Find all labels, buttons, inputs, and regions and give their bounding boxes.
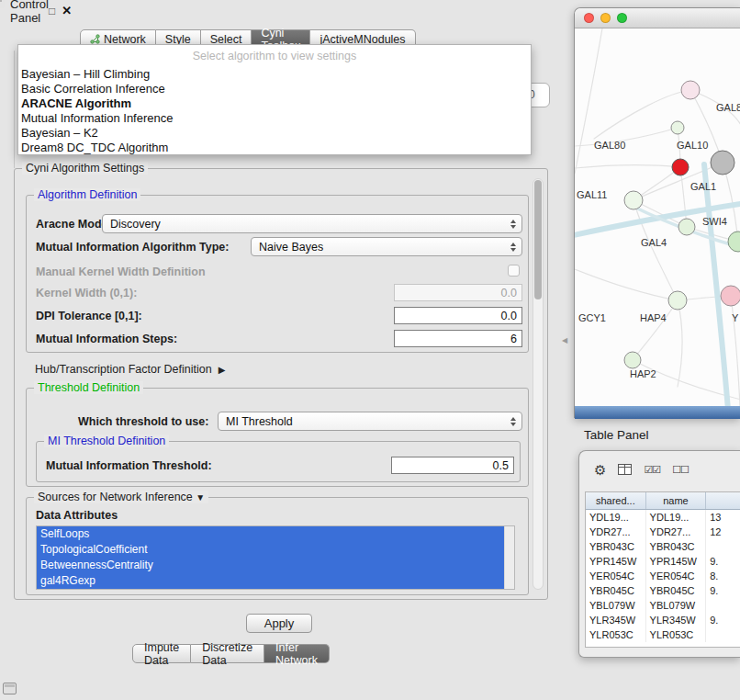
algorithm-option[interactable]: Bayesian – K2 <box>18 126 531 141</box>
cell-name: YER054C <box>646 569 707 583</box>
cell-value <box>706 598 740 613</box>
node-table: shared... name YDL19... YDL19... 13 YDR2… <box>585 491 740 648</box>
obscured-groupbox-edge <box>14 51 15 168</box>
mi-steps-field[interactable] <box>394 330 522 347</box>
network-view-window: GAL80GAL10GAL8GAL11GAL1SWI4GAL4GCY1HAP4Y… <box>574 7 740 418</box>
cell-shared-name: YBR045C <box>586 583 646 598</box>
close-traffic-light-icon[interactable] <box>584 13 594 23</box>
cell-name: YDL19... <box>646 510 707 525</box>
network-node[interactable] <box>711 151 734 175</box>
table-row[interactable]: YLR053C YLR053C <box>586 627 740 642</box>
mi-threshold-field[interactable] <box>391 457 514 474</box>
threshold-definition-title: Threshold Definition <box>34 381 143 394</box>
attribute-item-selected[interactable]: gal4RGexp <box>37 573 504 589</box>
network-node[interactable] <box>728 231 740 252</box>
table-row[interactable]: YER054C YER054C 8. <box>586 569 740 583</box>
sources-group-title[interactable]: Sources for Network Inference ▼ <box>34 491 208 503</box>
deselect-all-columns-icon[interactable]: ☐☐ <box>672 464 689 476</box>
tab-impute-data[interactable]: Impute Data <box>132 644 191 663</box>
which-threshold-select[interactable]: MI Threshold <box>218 412 522 431</box>
columns-icon[interactable] <box>618 464 632 475</box>
cell-value <box>706 539 740 554</box>
apply-button[interactable]: Apply <box>246 614 312 633</box>
network-node-label: HAP2 <box>630 368 656 379</box>
network-node[interactable] <box>624 191 643 209</box>
table-toolbar: ⚙ ☑☑ ☐☐ <box>594 458 689 480</box>
mi-threshold-label: Mutual Information Threshold: <box>46 459 212 472</box>
zoom-traffic-light-icon[interactable] <box>617 13 627 23</box>
table-row[interactable]: YBR045C YBR045C 9. <box>586 583 740 598</box>
attribute-item-selected[interactable]: TopologicalCoefficient <box>37 542 504 558</box>
mi-threshold-definition-title: MI Threshold Definition <box>44 435 169 447</box>
attribute-item-selected[interactable]: SelfLoops <box>37 526 504 542</box>
network-node[interactable] <box>678 219 695 235</box>
collapsed-panel-icon[interactable] <box>3 683 17 694</box>
stepper-arrows-icon <box>510 417 516 426</box>
manual-kernel-width-label: Manual Kernel Width Definition <box>36 265 206 278</box>
table-row[interactable]: YDL19... YDL19... 13 <box>586 510 740 525</box>
column-header-clipped[interactable] <box>706 492 740 509</box>
cell-shared-name: YER054C <box>586 569 646 583</box>
table-row[interactable]: YDR27... YDR27... 12 <box>586 525 740 539</box>
minimize-traffic-light-icon[interactable] <box>600 13 611 23</box>
aracne-mode-value: Discovery <box>110 218 161 231</box>
mi-threshold-definition-group: MI Threshold Definition Mutual Informati… <box>36 441 521 482</box>
network-node-label: HAP4 <box>640 312 667 323</box>
settings-scrollbar[interactable] <box>533 178 544 590</box>
tab-infer-network[interactable]: Infer Network <box>264 644 330 663</box>
network-node-label: SWI4 <box>702 216 727 227</box>
table-row[interactable]: YPR145W YPR145W 9. <box>586 554 740 569</box>
network-node[interactable] <box>668 291 687 310</box>
network-edge[interactable] <box>575 269 678 300</box>
network-edge[interactable] <box>575 165 680 168</box>
network-node-label: Y <box>732 312 739 323</box>
network-edge[interactable] <box>678 300 682 387</box>
dpi-tolerance-label: DPI Tolerance [0,1]: <box>36 310 142 322</box>
select-all-columns-icon[interactable]: ☑☑ <box>644 464 660 476</box>
manual-kernel-width-checkbox[interactable] <box>508 265 520 277</box>
algorithm-option[interactable]: Bayesian – Hill Climbing <box>18 67 531 82</box>
network-edge[interactable] <box>575 28 602 174</box>
kernel-width-field[interactable] <box>394 284 522 301</box>
mi-algorithm-type-select[interactable]: Naive Bayes <box>251 237 522 256</box>
network-canvas[interactable]: GAL80GAL10GAL8GAL11GAL1SWI4GAL4GCY1HAP4Y… <box>575 28 740 406</box>
mi-algorithm-type-value: Naive Bayes <box>259 241 323 254</box>
gear-icon[interactable]: ⚙ <box>594 463 606 477</box>
panel-divider-arrow-icon[interactable]: ◀ <box>562 336 567 344</box>
network-edge[interactable] <box>633 300 678 360</box>
network-node[interactable] <box>672 159 689 175</box>
cyni-algorithm-settings-group: Cyni Algorithm Settings Algorithm Defini… <box>14 168 548 600</box>
scrollbar-thumb[interactable] <box>534 180 542 299</box>
algorithm-option[interactable]: Mutual Information Inference <box>18 111 531 126</box>
attribute-item-selected[interactable]: BetweennessCentrality <box>37 558 504 573</box>
network-edge[interactable] <box>704 164 728 406</box>
network-window-bottom-bar <box>575 406 740 419</box>
float-window-icon[interactable]: □ <box>49 5 55 17</box>
algorithm-placeholder-option[interactable]: Select algorithm to view settings <box>18 45 531 67</box>
tab-discretize-data[interactable]: Discretize Data <box>191 644 264 663</box>
network-edge[interactable] <box>680 167 687 227</box>
algorithm-option[interactable]: Dream8 DC_TDC Algorithm <box>18 141 531 155</box>
table-row[interactable]: YBL079W YBL079W <box>586 598 740 613</box>
data-attributes-list: SelfLoops TopologicalCoefficient Between… <box>36 525 515 590</box>
algorithm-option[interactable]: Basic Correlation Inference <box>18 82 531 96</box>
column-header-shared-name[interactable]: shared... <box>586 492 646 509</box>
table-row[interactable]: YBR043C YBR043C <box>586 539 740 554</box>
network-node[interactable] <box>671 121 684 134</box>
network-node[interactable] <box>721 286 740 306</box>
table-row[interactable]: YLR345W YLR345W 9. <box>586 613 740 627</box>
algorithm-option-selected[interactable]: ARACNE Algorithm <box>18 96 531 111</box>
network-node[interactable] <box>681 81 700 99</box>
aracne-mode-select[interactable]: Discovery <box>102 214 522 233</box>
hub-transcription-factor-expander[interactable]: Hub/Transcription Factor Definition ▶ <box>35 363 225 376</box>
cell-name: YBR043C <box>646 539 707 554</box>
network-edge[interactable] <box>575 128 678 146</box>
which-threshold-value: MI Threshold <box>226 415 293 428</box>
dpi-tolerance-field[interactable] <box>394 307 522 324</box>
network-node-label: GAL80 <box>594 140 625 151</box>
attribute-list-scrollbar[interactable] <box>504 526 514 589</box>
close-icon[interactable]: ✕ <box>62 4 72 17</box>
column-header-name[interactable]: name <box>646 492 707 509</box>
network-node[interactable] <box>624 352 641 368</box>
cell-shared-name: YBR043C <box>586 539 646 554</box>
